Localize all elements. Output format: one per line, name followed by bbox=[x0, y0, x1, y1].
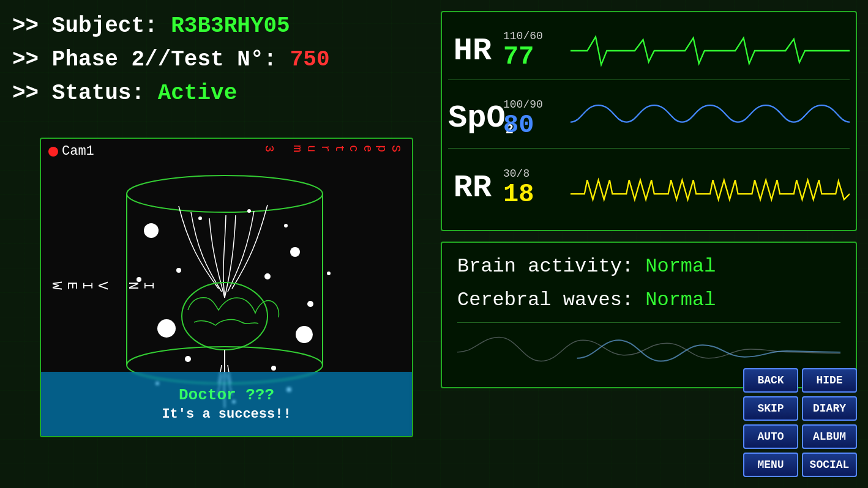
dialog-text: It's a success!! bbox=[162, 407, 291, 422]
skip-button[interactable]: SKIP bbox=[743, 396, 798, 421]
status-value: Active bbox=[158, 81, 238, 106]
svg-point-14 bbox=[247, 209, 251, 213]
spo2-chart bbox=[571, 98, 850, 141]
svg-point-9 bbox=[264, 273, 271, 279]
svg-point-18 bbox=[307, 301, 313, 307]
svg-point-12 bbox=[271, 366, 276, 371]
brain-waves-row: Cerebral waves: Normal bbox=[457, 289, 840, 311]
social-button[interactable]: SOCIAL bbox=[802, 453, 857, 477]
rr-row: RR 30/8 18 bbox=[448, 162, 850, 217]
spo2-row: SpO2 100/90 80 bbox=[448, 94, 850, 149]
spo2-range: 100/90 bbox=[503, 98, 564, 111]
brain-activity-row: Brain activity: Normal bbox=[457, 255, 840, 278]
rr-range: 30/8 bbox=[503, 168, 564, 180]
back-button[interactable]: BACK bbox=[743, 368, 798, 393]
cam-label: Cam1 bbox=[62, 144, 94, 159]
prefix-3: >> bbox=[12, 81, 39, 106]
camera-panel: Cam1 S p e c t r u m 3 INVIEW bbox=[40, 138, 413, 437]
svg-point-10 bbox=[176, 268, 181, 273]
status-label: Status: bbox=[52, 81, 158, 106]
brain-waves-label: Cerebral waves: bbox=[457, 289, 634, 311]
spo2-value: 80 bbox=[503, 111, 564, 140]
prefix-1: >> bbox=[12, 13, 39, 39]
svg-point-4 bbox=[182, 283, 268, 350]
dialog-box[interactable]: Doctor ??? It's a success!! bbox=[41, 372, 412, 436]
subject-label: Subject: bbox=[52, 13, 171, 39]
brain-wave-chart bbox=[457, 328, 840, 364]
hr-label: HR bbox=[448, 33, 497, 69]
phase-label: Phase 2//Test N°: bbox=[52, 47, 290, 72]
rr-numbers: 30/8 18 bbox=[497, 168, 564, 209]
diary-button[interactable]: DIARY bbox=[802, 396, 857, 421]
info-panel: >> Subject: R3B3RHY05 >> Phase 2//Test N… bbox=[12, 12, 330, 113]
subject-line: >> Subject: R3B3RHY05 bbox=[12, 12, 330, 41]
hr-value: 77 bbox=[503, 42, 564, 72]
menu-button[interactable]: MENU bbox=[743, 453, 798, 477]
svg-point-13 bbox=[198, 216, 202, 220]
svg-point-11 bbox=[185, 356, 191, 362]
brain-panel: Brain activity: Normal Cerebral waves: N… bbox=[441, 242, 857, 388]
auto-button[interactable]: AUTO bbox=[743, 424, 798, 449]
hr-range: 110/60 bbox=[503, 30, 564, 42]
hr-numbers: 110/60 77 bbox=[497, 30, 564, 72]
spo2-numbers: 100/90 80 bbox=[497, 98, 564, 140]
svg-point-0 bbox=[127, 176, 323, 212]
rr-chart bbox=[571, 167, 850, 210]
rr-label: RR bbox=[448, 170, 497, 206]
vitals-panel: HR 110/60 77 SpO2 100/90 80 RR 30/8 18 bbox=[441, 11, 857, 231]
svg-point-6 bbox=[290, 247, 300, 257]
svg-point-5 bbox=[144, 223, 159, 238]
cam-header: Cam1 bbox=[48, 144, 94, 159]
in-view-label: INVIEW bbox=[48, 281, 155, 293]
hr-chart bbox=[571, 29, 850, 72]
brain-waves-value: Normal bbox=[645, 289, 716, 311]
cam-spectrum-label: S p e c t r u m 3 bbox=[262, 145, 403, 155]
rr-value: 18 bbox=[503, 180, 564, 209]
hide-button[interactable]: HIDE bbox=[802, 368, 857, 393]
prefix-2: >> bbox=[12, 47, 39, 72]
cam-indicator-dot bbox=[48, 147, 58, 157]
phase-value: 750 bbox=[290, 47, 330, 72]
svg-point-21 bbox=[327, 272, 331, 275]
controls-panel: BACK HIDE SKIP DIARY AUTO ALBUM MENU SOC… bbox=[743, 368, 857, 477]
dialog-speaker: Doctor ??? bbox=[179, 386, 274, 404]
brain-activity-label: Brain activity: bbox=[457, 255, 634, 278]
brain-activity-value: Normal bbox=[645, 255, 716, 278]
status-line: >> Status: Active bbox=[12, 79, 330, 108]
svg-point-8 bbox=[296, 326, 313, 343]
phase-line: >> Phase 2//Test N°: 750 bbox=[12, 46, 330, 75]
album-button[interactable]: ALBUM bbox=[802, 424, 857, 449]
brain-divider bbox=[457, 322, 840, 323]
subject-value: R3B3RHY05 bbox=[171, 13, 290, 39]
svg-point-7 bbox=[157, 319, 176, 338]
hr-row: HR 110/60 77 bbox=[448, 25, 850, 80]
spo2-label: SpO2 bbox=[448, 100, 497, 138]
svg-point-15 bbox=[284, 224, 288, 227]
